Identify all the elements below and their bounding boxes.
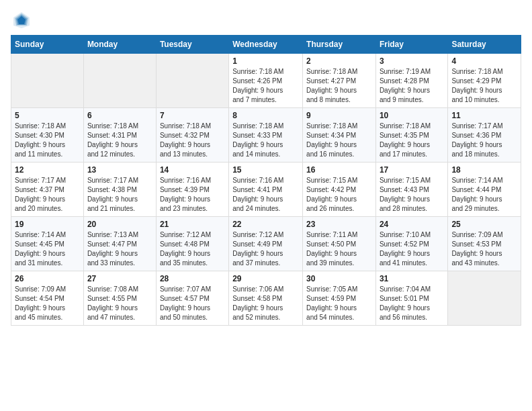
day-number: 3 bbox=[380, 56, 444, 66]
day-number: 13 bbox=[87, 165, 152, 175]
header-monday: Monday bbox=[83, 36, 156, 54]
day-number: 2 bbox=[306, 56, 372, 66]
header-wednesday: Wednesday bbox=[229, 36, 303, 54]
day-info: Sunrise: 7:16 AMSunset: 4:41 PMDaylight:… bbox=[232, 176, 299, 214]
day-info: Sunrise: 7:17 AMSunset: 4:38 PMDaylight:… bbox=[87, 176, 152, 214]
day-number: 9 bbox=[306, 111, 372, 120]
day-info: Sunrise: 7:09 AMSunset: 4:54 PMDaylight:… bbox=[15, 285, 80, 322]
calendar-week-row: 12Sunrise: 7:17 AMSunset: 4:37 PMDayligh… bbox=[11, 163, 521, 217]
header-sunday: Sunday bbox=[11, 36, 84, 54]
calendar-cell: 20Sunrise: 7:13 AMSunset: 4:47 PMDayligh… bbox=[83, 217, 156, 271]
day-info: Sunrise: 7:19 AMSunset: 4:28 PMDaylight:… bbox=[380, 67, 444, 105]
calendar-cell: 10Sunrise: 7:18 AMSunset: 4:35 PMDayligh… bbox=[375, 108, 447, 163]
day-info: Sunrise: 7:05 AMSunset: 4:59 PMDaylight:… bbox=[306, 285, 372, 322]
day-info: Sunrise: 7:17 AMSunset: 4:37 PMDaylight:… bbox=[15, 176, 80, 214]
calendar-cell: 21Sunrise: 7:12 AMSunset: 4:48 PMDayligh… bbox=[156, 217, 228, 271]
day-info: Sunrise: 7:10 AMSunset: 4:52 PMDaylight:… bbox=[380, 230, 444, 268]
day-number: 10 bbox=[380, 111, 444, 120]
calendar-cell: 19Sunrise: 7:14 AMSunset: 4:45 PMDayligh… bbox=[11, 217, 84, 271]
day-info: Sunrise: 7:18 AMSunset: 4:33 PMDaylight:… bbox=[232, 122, 299, 159]
calendar-cell: 25Sunrise: 7:09 AMSunset: 4:53 PMDayligh… bbox=[448, 217, 521, 271]
day-info: Sunrise: 7:08 AMSunset: 4:55 PMDaylight:… bbox=[87, 285, 152, 322]
day-info: Sunrise: 7:13 AMSunset: 4:47 PMDaylight:… bbox=[87, 230, 152, 268]
calendar-cell: 13Sunrise: 7:17 AMSunset: 4:38 PMDayligh… bbox=[83, 163, 156, 217]
day-number: 6 bbox=[87, 111, 152, 120]
calendar-cell bbox=[11, 54, 84, 108]
day-number: 22 bbox=[232, 220, 299, 229]
calendar-cell: 14Sunrise: 7:16 AMSunset: 4:39 PMDayligh… bbox=[156, 163, 228, 217]
day-number: 1 bbox=[232, 56, 299, 66]
day-info: Sunrise: 7:15 AMSunset: 4:42 PMDaylight:… bbox=[306, 176, 372, 214]
calendar-cell: 7Sunrise: 7:18 AMSunset: 4:32 PMDaylight… bbox=[156, 108, 228, 163]
day-info: Sunrise: 7:18 AMSunset: 4:35 PMDaylight:… bbox=[380, 122, 444, 159]
day-number: 14 bbox=[160, 165, 225, 175]
day-number: 15 bbox=[232, 165, 299, 175]
day-info: Sunrise: 7:18 AMSunset: 4:32 PMDaylight:… bbox=[160, 122, 225, 159]
day-info: Sunrise: 7:14 AMSunset: 4:44 PMDaylight:… bbox=[451, 176, 517, 214]
calendar-cell: 9Sunrise: 7:18 AMSunset: 4:34 PMDaylight… bbox=[303, 108, 376, 163]
calendar-table: SundayMondayTuesdayWednesdayThursdayFrid… bbox=[11, 35, 521, 326]
day-number: 27 bbox=[87, 274, 152, 283]
day-number: 12 bbox=[15, 165, 80, 175]
calendar-cell: 30Sunrise: 7:05 AMSunset: 4:59 PMDayligh… bbox=[303, 271, 376, 326]
calendar-cell: 26Sunrise: 7:09 AMSunset: 4:54 PMDayligh… bbox=[11, 271, 84, 326]
logo-icon bbox=[12, 11, 31, 30]
header-friday: Friday bbox=[375, 36, 447, 54]
calendar-cell: 17Sunrise: 7:15 AMSunset: 4:43 PMDayligh… bbox=[375, 163, 447, 217]
calendar-cell: 22Sunrise: 7:12 AMSunset: 4:49 PMDayligh… bbox=[229, 217, 303, 271]
day-number: 28 bbox=[160, 274, 225, 283]
calendar-cell: 29Sunrise: 7:06 AMSunset: 4:58 PMDayligh… bbox=[229, 271, 303, 326]
calendar-cell: 18Sunrise: 7:14 AMSunset: 4:44 PMDayligh… bbox=[448, 163, 521, 217]
calendar-cell: 31Sunrise: 7:04 AMSunset: 5:01 PMDayligh… bbox=[375, 271, 447, 326]
day-number: 17 bbox=[380, 165, 444, 175]
day-number: 29 bbox=[232, 274, 299, 283]
day-number: 4 bbox=[451, 56, 517, 66]
day-number: 19 bbox=[15, 220, 80, 229]
calendar-cell: 27Sunrise: 7:08 AMSunset: 4:55 PMDayligh… bbox=[83, 271, 156, 326]
day-info: Sunrise: 7:18 AMSunset: 4:26 PMDaylight:… bbox=[232, 67, 299, 105]
day-number: 25 bbox=[451, 220, 517, 229]
day-info: Sunrise: 7:06 AMSunset: 4:58 PMDaylight:… bbox=[232, 285, 299, 322]
calendar-week-row: 5Sunrise: 7:18 AMSunset: 4:30 PMDaylight… bbox=[11, 108, 521, 163]
day-info: Sunrise: 7:18 AMSunset: 4:30 PMDaylight:… bbox=[15, 122, 80, 159]
calendar-header-row: SundayMondayTuesdayWednesdayThursdayFrid… bbox=[11, 36, 521, 54]
day-number: 31 bbox=[380, 274, 444, 283]
calendar-week-row: 26Sunrise: 7:09 AMSunset: 4:54 PMDayligh… bbox=[11, 271, 521, 326]
day-info: Sunrise: 7:14 AMSunset: 4:45 PMDaylight:… bbox=[15, 230, 80, 268]
calendar-cell: 11Sunrise: 7:17 AMSunset: 4:36 PMDayligh… bbox=[448, 108, 521, 163]
calendar-cell: 5Sunrise: 7:18 AMSunset: 4:30 PMDaylight… bbox=[11, 108, 84, 163]
calendar-cell bbox=[448, 271, 521, 326]
calendar-cell: 3Sunrise: 7:19 AMSunset: 4:28 PMDaylight… bbox=[375, 54, 447, 108]
calendar-cell: 23Sunrise: 7:11 AMSunset: 4:50 PMDayligh… bbox=[303, 217, 376, 271]
calendar-cell: 24Sunrise: 7:10 AMSunset: 4:52 PMDayligh… bbox=[375, 217, 447, 271]
day-info: Sunrise: 7:15 AMSunset: 4:43 PMDaylight:… bbox=[380, 176, 444, 214]
day-number: 16 bbox=[306, 165, 372, 175]
day-number: 30 bbox=[306, 274, 372, 283]
day-number: 8 bbox=[232, 111, 299, 120]
day-info: Sunrise: 7:18 AMSunset: 4:29 PMDaylight:… bbox=[451, 67, 517, 105]
day-info: Sunrise: 7:12 AMSunset: 4:48 PMDaylight:… bbox=[160, 230, 225, 268]
day-info: Sunrise: 7:12 AMSunset: 4:49 PMDaylight:… bbox=[232, 230, 299, 268]
day-info: Sunrise: 7:18 AMSunset: 4:27 PMDaylight:… bbox=[306, 67, 372, 105]
calendar-cell: 16Sunrise: 7:15 AMSunset: 4:42 PMDayligh… bbox=[303, 163, 376, 217]
day-number: 24 bbox=[380, 220, 444, 229]
header-saturday: Saturday bbox=[448, 36, 521, 54]
calendar-cell: 1Sunrise: 7:18 AMSunset: 4:26 PMDaylight… bbox=[229, 54, 303, 108]
header-tuesday: Tuesday bbox=[156, 36, 228, 54]
day-info: Sunrise: 7:18 AMSunset: 4:34 PMDaylight:… bbox=[306, 122, 372, 159]
day-info: Sunrise: 7:04 AMSunset: 5:01 PMDaylight:… bbox=[380, 285, 444, 322]
day-number: 7 bbox=[160, 111, 225, 120]
calendar-cell bbox=[83, 54, 156, 108]
day-number: 23 bbox=[306, 220, 372, 229]
day-info: Sunrise: 7:17 AMSunset: 4:36 PMDaylight:… bbox=[451, 122, 517, 159]
day-number: 20 bbox=[87, 220, 152, 229]
calendar-cell: 28Sunrise: 7:07 AMSunset: 4:57 PMDayligh… bbox=[156, 271, 228, 326]
calendar-cell: 8Sunrise: 7:18 AMSunset: 4:33 PMDaylight… bbox=[229, 108, 303, 163]
day-info: Sunrise: 7:16 AMSunset: 4:39 PMDaylight:… bbox=[160, 176, 225, 214]
calendar-week-row: 1Sunrise: 7:18 AMSunset: 4:26 PMDaylight… bbox=[11, 54, 521, 108]
day-info: Sunrise: 7:18 AMSunset: 4:31 PMDaylight:… bbox=[87, 122, 152, 159]
logo bbox=[11, 11, 31, 30]
day-number: 26 bbox=[15, 274, 80, 283]
calendar-week-row: 19Sunrise: 7:14 AMSunset: 4:45 PMDayligh… bbox=[11, 217, 521, 271]
day-info: Sunrise: 7:11 AMSunset: 4:50 PMDaylight:… bbox=[306, 230, 372, 268]
